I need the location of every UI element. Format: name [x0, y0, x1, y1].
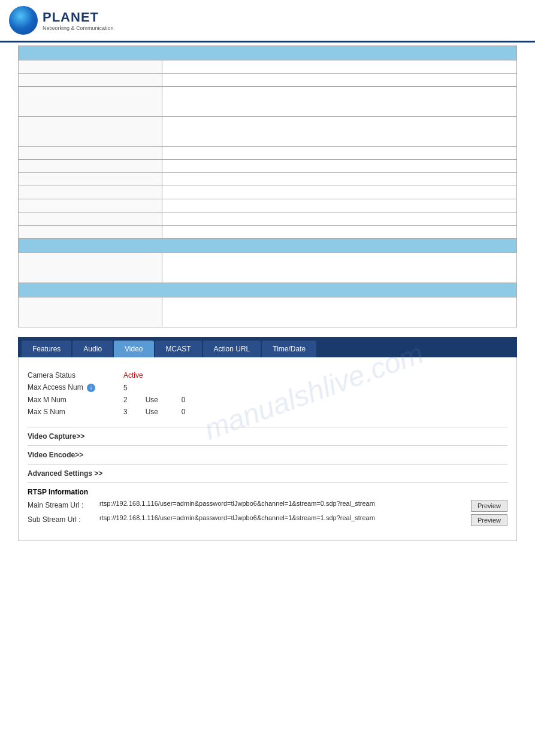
nav-tabs: Features Audio Video MCAST Action URL Ti…	[18, 337, 517, 357]
table-row	[162, 173, 517, 186]
table-section-header-3	[19, 283, 517, 297]
table-row	[19, 186, 162, 199]
rtsp-title: RTSP Information	[28, 488, 507, 496]
table-row	[162, 297, 517, 327]
config-table	[18, 45, 517, 327]
camera-status-row: Camera Status Active	[28, 369, 507, 381]
max-access-value: 5	[123, 384, 128, 392]
table-sub-header-label	[19, 60, 162, 74]
tab-action-url[interactable]: Action URL	[203, 341, 261, 357]
sub-stream-url: rtsp://192.168.1.116/user=admin&password…	[99, 514, 465, 521]
tab-mcast[interactable]: MCAST	[155, 341, 202, 357]
table-row	[162, 74, 517, 87]
table-row	[162, 147, 517, 160]
video-capture-section[interactable]: Video Capture>>	[28, 427, 507, 445]
max-m-row: Max M Num 2 Use 0	[28, 394, 507, 406]
header: PLANET Networking & Communication	[0, 0, 535, 42]
tab-content-video: Camera Status Active Max Access Num i 5 …	[18, 357, 517, 541]
tab-features[interactable]: Features	[22, 341, 71, 357]
table-row	[19, 297, 162, 327]
table-row	[19, 147, 162, 160]
max-access-label: Max Access Num i	[28, 383, 123, 392]
max-s-row: Max S Num 3 Use 0	[28, 406, 507, 418]
camera-status-value: Active	[123, 371, 143, 379]
table-row	[19, 117, 162, 147]
table-section-header-1	[19, 46, 517, 60]
max-s-use-label: Use	[146, 408, 176, 416]
sub-stream-preview-button[interactable]: Preview	[471, 514, 507, 526]
main-stream-label: Main Stream Url :	[28, 500, 99, 509]
logo-text: PLANET Networking & Communication	[43, 10, 114, 31]
table-row	[19, 253, 162, 283]
table-row	[162, 199, 517, 212]
video-encode-section[interactable]: Video Encode>>	[28, 445, 507, 464]
max-access-row: Max Access Num i 5	[28, 381, 507, 394]
max-s-use-value: 0	[182, 408, 186, 416]
max-m-use-value: 0	[182, 396, 186, 404]
table-row	[162, 212, 517, 226]
table-sub-header-value	[162, 60, 517, 74]
main-stream-row: Main Stream Url : rtsp://192.168.1.116/u…	[28, 500, 507, 512]
table-row	[19, 173, 162, 186]
main-content: Features Audio Video MCAST Action URL Ti…	[0, 337, 535, 553]
table-row	[19, 199, 162, 212]
info-icon[interactable]: i	[87, 384, 95, 392]
sub-stream-label: Sub Stream Url :	[28, 514, 99, 524]
table-row	[19, 226, 162, 239]
sub-stream-row: Sub Stream Url : rtsp://192.168.1.116/us…	[28, 514, 507, 526]
table-row	[19, 74, 162, 87]
brand-name: PLANET	[43, 10, 114, 25]
max-m-use-label: Use	[146, 396, 176, 404]
table-row	[19, 212, 162, 226]
logo-icon	[9, 6, 38, 35]
brand-sub: Networking & Communication	[43, 25, 114, 31]
camera-status-label: Camera Status	[28, 371, 123, 379]
table-row	[162, 253, 517, 283]
table-row	[162, 160, 517, 173]
rtsp-section: RTSP Information Main Stream Url : rtsp:…	[28, 482, 507, 526]
main-stream-preview-button[interactable]: Preview	[471, 500, 507, 512]
table-row	[162, 87, 517, 117]
camera-info: Camera Status Active Max Access Num i 5 …	[28, 369, 507, 418]
main-stream-url: rtsp://192.168.1.116/user=admin&password…	[99, 500, 465, 507]
table-section-header-2	[19, 239, 517, 253]
max-s-value: 3	[123, 408, 128, 416]
top-section	[0, 42, 535, 337]
max-s-label: Max S Num	[28, 408, 123, 416]
table-row	[162, 117, 517, 147]
table-row	[19, 87, 162, 117]
tab-time-date[interactable]: Time/Date	[262, 341, 316, 357]
advanced-settings-section[interactable]: Advanced Settings >>	[28, 464, 507, 482]
table-row	[19, 160, 162, 173]
max-m-value: 2	[123, 396, 128, 404]
table-row	[162, 226, 517, 239]
tab-video[interactable]: Video	[114, 341, 153, 357]
tab-audio[interactable]: Audio	[72, 341, 113, 357]
table-row	[162, 186, 517, 199]
max-m-label: Max M Num	[28, 396, 123, 404]
